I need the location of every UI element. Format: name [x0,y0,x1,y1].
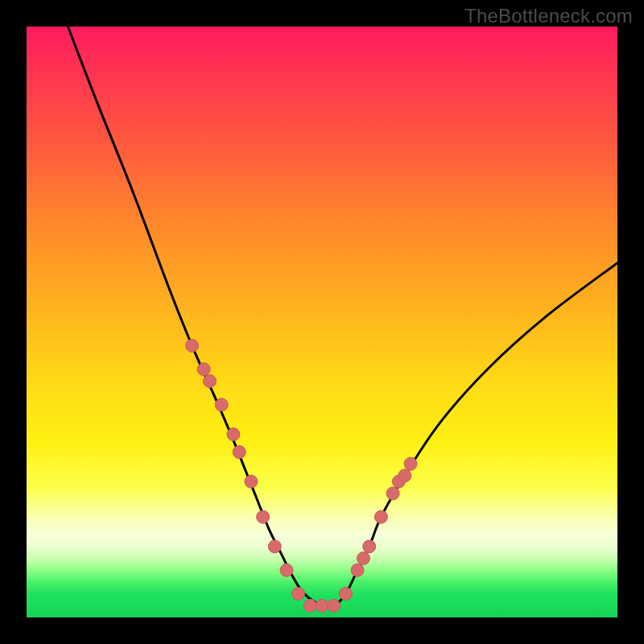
marker-dot [257,510,270,523]
marker-dot [197,363,210,376]
chart-frame: TheBottleneck.com [0,0,644,644]
marker-dot [204,374,217,387]
marker-dot [227,428,240,441]
penalty-curve [68,27,617,607]
marker-dot [363,540,376,553]
marker-dot [386,487,399,500]
marker-dot [374,510,387,523]
marker-dot [233,446,246,459]
watermark-text: TheBottleneck.com [464,5,633,27]
marker-dot [268,540,281,553]
plot-area [27,27,617,617]
marker-dot [186,339,199,352]
marker-dots [186,339,418,612]
marker-dot [339,588,352,601]
marker-dot [280,564,293,576]
marker-dot [328,599,341,612]
marker-dot [398,469,411,482]
marker-dot [215,398,228,411]
marker-dot [292,588,305,601]
marker-dot [404,457,417,470]
penalty-curve-path [68,27,617,607]
marker-dot [245,475,258,488]
marker-dot [357,552,369,565]
marker-dot [316,599,328,612]
marker-dot [351,564,364,576]
marker-dot [303,599,316,612]
curve-svg [27,27,617,617]
